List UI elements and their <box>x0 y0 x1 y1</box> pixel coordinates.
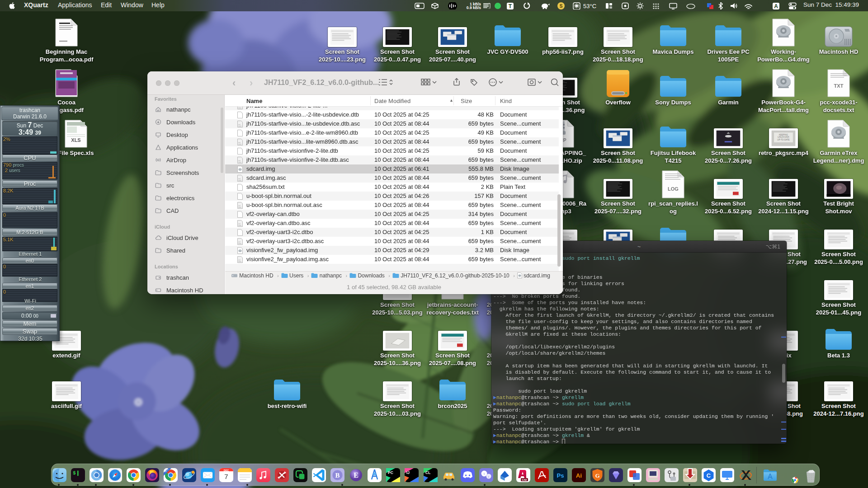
svg-text:C: C <box>707 472 711 479</box>
svg-text:7: 7 <box>224 473 228 480</box>
svg-text:Ai: Ai <box>576 472 582 479</box>
svg-text:DEC: DEC <box>224 469 229 472</box>
svg-text:UP-TO-DATE: UP-TO-DATE <box>777 139 789 141</box>
svg-text:CL: CL <box>425 470 430 475</box>
svg-text:S: S <box>560 4 563 9</box>
svg-text:LOG: LOG <box>668 186 679 192</box>
svg-text:CAD: CAD <box>522 479 527 481</box>
svg-text:$❙: $❙ <box>73 470 80 476</box>
svg-text:E: E <box>354 471 359 479</box>
svg-text:A: A <box>774 3 778 9</box>
svg-text:PC: PC <box>388 470 393 475</box>
svg-text:G: G <box>595 472 599 479</box>
svg-text:XLS: XLS <box>71 137 80 143</box>
svg-text:IJ: IJ <box>406 470 410 475</box>
svg-text:t: t <box>488 475 489 479</box>
svg-text:53°C: 53°C <box>583 3 596 9</box>
svg-text:0.9 kB/s: 0.9 kB/s <box>467 5 481 9</box>
svg-text:TXT: TXT <box>834 83 844 89</box>
svg-text:B: B <box>335 472 340 479</box>
svg-text:Ps: Ps <box>557 472 564 479</box>
svg-text:T: T <box>509 3 512 9</box>
svg-text:LINUX/UNIX: LINUX/UNIX <box>778 136 789 138</box>
svg-text:KEEPING: KEEPING <box>779 134 788 136</box>
